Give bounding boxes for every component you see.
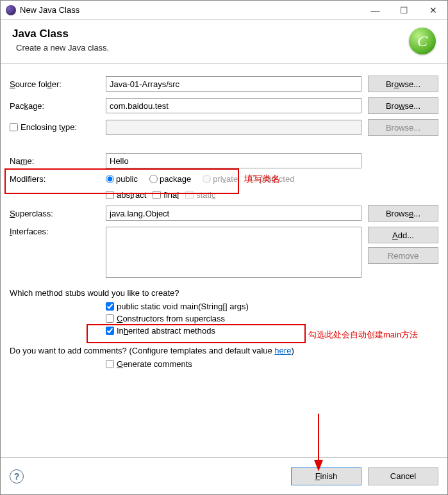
generate-comments-checkbox[interactable]: Generate comments — [106, 359, 192, 369]
stub-constructors-checkbox[interactable]: Constructors from superclass — [106, 314, 225, 323]
eclipse-icon — [6, 5, 16, 15]
interfaces-remove-button: Remove — [368, 247, 438, 264]
superclass-label: Superclass: — [10, 209, 106, 218]
stub-inherited-checkbox[interactable]: Inherited abstract methods — [106, 326, 215, 336]
modifier-private-radio: private — [203, 174, 238, 184]
superclass-browse-button[interactable]: Browse... — [368, 205, 438, 222]
source-folder-browse-button[interactable]: Browse... — [368, 76, 438, 92]
configure-here-link[interactable]: here — [274, 346, 291, 355]
modifier-abstract-checkbox[interactable]: abstract — [106, 190, 146, 200]
modifier-package-radio[interactable]: package — [149, 174, 191, 184]
name-label: Name: — [10, 156, 106, 166]
modifier-static-checkbox: static — [185, 190, 215, 200]
superclass-input[interactable] — [106, 206, 361, 221]
package-input[interactable] — [106, 98, 361, 113]
stubs-question: Which method stubs would you like to cre… — [10, 288, 438, 298]
enclosing-type-browse-button: Browse... — [368, 119, 438, 136]
class-icon: C — [409, 28, 436, 54]
dialog-footer: ? Finish Cancel — [1, 457, 447, 494]
stub-main-checkbox[interactable]: public static void main(String[] args) — [106, 302, 249, 311]
titlebar: New Java Class — ☐ ✕ — [1, 1, 447, 20]
maximize-button[interactable]: ☐ — [390, 1, 419, 19]
finish-button[interactable]: Finish — [291, 467, 361, 485]
source-folder-label: Source folder: — [10, 79, 106, 89]
comments-question: Do you want to add comments? (Configure … — [10, 346, 438, 355]
package-browse-button[interactable]: Browse... — [368, 97, 438, 114]
modifiers-label: Modifiers: — [10, 174, 106, 184]
header-title: Java Class — [12, 28, 109, 40]
minimize-button[interactable]: — — [361, 1, 390, 19]
source-folder-input[interactable] — [106, 76, 361, 92]
main-content: Source folder: Browse... Package: Browse… — [1, 64, 447, 378]
enclosing-type-input — [106, 120, 361, 135]
enclosing-type-checkbox[interactable]: Enclosing type: — [10, 122, 77, 132]
window-title: New Java Class — [20, 5, 361, 15]
package-label: Package: — [10, 101, 106, 111]
dialog-header: Java Class Create a new Java class. C — [1, 20, 447, 64]
help-icon[interactable]: ? — [10, 469, 24, 483]
modifier-final-checkbox[interactable]: final — [153, 190, 179, 200]
interfaces-label: Interfaces: — [10, 227, 106, 236]
interfaces-add-button[interactable]: Add... — [368, 227, 438, 243]
modifier-public-radio[interactable]: public — [106, 174, 138, 184]
cancel-button[interactable]: Cancel — [368, 467, 438, 485]
name-input[interactable] — [106, 153, 361, 168]
modifier-protected-radio: protected — [249, 174, 294, 184]
header-subtitle: Create a new Java class. — [16, 43, 109, 53]
close-button[interactable]: ✕ — [419, 1, 447, 19]
interfaces-list[interactable] — [106, 227, 361, 278]
